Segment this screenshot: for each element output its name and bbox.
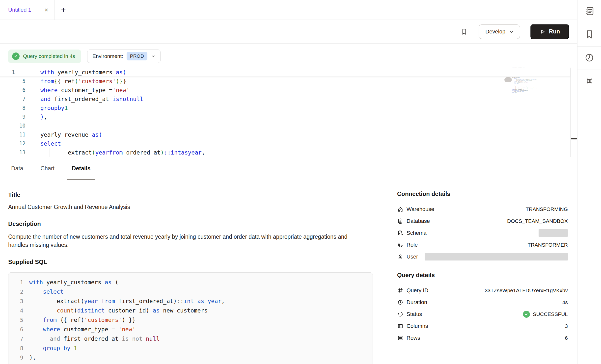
title-value: Annual Customer Growth and Revenue Analy…: [8, 204, 373, 210]
check-icon: [12, 52, 20, 60]
editor-line[interactable]: 11yearly_revenue as (: [0, 130, 570, 139]
row-value: TRANSFORMING: [526, 206, 568, 212]
line-number: 4: [8, 308, 23, 314]
row-value: 6: [565, 335, 568, 341]
sql-block-line: 9),: [8, 353, 373, 362]
details-right-column: Connection details WarehouseTRANSFORMING…: [397, 180, 568, 344]
row-value: DOCS_TEAM_SANDBOX: [507, 218, 568, 224]
sql-block-line: 3 extract(year from first_ordered_at)::i…: [8, 296, 373, 306]
line-code: count(distinct customer_id) as new_custo…: [23, 307, 208, 314]
editor-scrollbar-thumb[interactable]: [571, 138, 577, 139]
editor-line[interactable]: 5 from {{ ref('customers') }}: [0, 77, 570, 86]
line-number: 13: [0, 150, 26, 156]
user-icon: [397, 254, 404, 260]
line-code: select: [26, 139, 570, 148]
editor-line[interactable]: 8 group by 1: [0, 104, 570, 112]
line-code: [26, 121, 570, 130]
editor-scrollbar[interactable]: [570, 68, 577, 157]
line-code: extract(year from first_ordered_at)::int…: [23, 298, 225, 304]
connection-row: RoleTRANSFORMER: [397, 239, 568, 251]
environment-label: Environment:: [92, 53, 123, 59]
sidebar-button-notebook[interactable]: [577, 0, 601, 23]
line-code: yearly_revenue as (: [26, 130, 570, 139]
tab-data[interactable]: Data: [6, 157, 28, 180]
line-number: 7: [8, 336, 23, 342]
line-number: 5: [0, 78, 26, 84]
line-code: where customer_type = 'new': [26, 86, 570, 95]
warehouse-icon: [397, 206, 404, 212]
line-code: with yearly_customers as (: [23, 279, 118, 286]
sql-block-line: 4 count(distinct customer_id) as new_cus…: [8, 306, 373, 315]
close-tab-icon[interactable]: ×: [45, 7, 48, 13]
query-details-heading: Query details: [397, 272, 568, 279]
environment-select[interactable]: Environment: PROD: [87, 50, 161, 63]
row-label: Database: [407, 218, 430, 224]
line-number: 1: [0, 69, 26, 75]
connection-row: DatabaseDOCS_TEAM_SANDBOX: [397, 215, 568, 227]
success-check-icon: [523, 311, 530, 318]
redacted-value: [539, 229, 568, 237]
title-heading: Title: [8, 191, 373, 198]
bookmark-icon[interactable]: [460, 28, 468, 36]
line-number: 8: [0, 105, 26, 111]
line-code: ),: [23, 354, 36, 361]
row-label: Query ID: [407, 287, 428, 294]
sql-block-line: 5 from {{ ref('customers') }}: [8, 315, 373, 325]
row-value: 33TZseWpe1ALFDUYerxR1gVKxbv: [485, 287, 568, 293]
editor-line[interactable]: 12 select: [0, 139, 570, 148]
tab-bar: Untitled 1 × +: [0, 0, 577, 20]
row-label: Schema: [407, 230, 427, 236]
develop-dropdown[interactable]: Develop: [479, 25, 520, 39]
query-status-text: Query completed in 4s: [23, 53, 75, 59]
connection-row: WarehouseTRANSFORMING: [397, 203, 568, 215]
connection-details-list: WarehouseTRANSFORMINGDatabaseDOCS_TEAM_S…: [397, 203, 568, 263]
editor-line[interactable]: 10: [0, 121, 570, 130]
line-number: 9: [0, 114, 26, 120]
editor-code[interactable]: 1with yearly_customers as (5 from {{ ref…: [0, 68, 570, 157]
connection-details-heading: Connection details: [397, 190, 568, 197]
sidebar-button-bookmark[interactable]: [577, 23, 601, 47]
sql-block-line: 1with yearly_customers as (: [8, 278, 373, 287]
description-value: Compute the number of new customers and …: [8, 233, 350, 249]
status-icon: [397, 311, 404, 317]
run-button[interactable]: Run: [530, 24, 569, 39]
sql-editor: Query completed in 4s Environment: PROD …: [0, 44, 577, 157]
line-code: ),: [26, 112, 570, 121]
editor-line[interactable]: 7 and first_ordered_at is not null: [0, 95, 570, 104]
notebook-icon: [584, 6, 595, 18]
sidebar-button-sparkle[interactable]: [577, 70, 601, 93]
line-number: 12: [0, 141, 26, 147]
new-tab-button[interactable]: +: [55, 0, 66, 20]
editor-line[interactable]: 13 extract(year from ordered_at)::int as…: [0, 148, 570, 157]
details-left-column: Title Annual Customer Growth and Revenue…: [8, 180, 373, 364]
row-value: 3: [565, 323, 568, 329]
app-window: Untitled 1 × + Develop Ru: [0, 0, 601, 364]
sql-block-line: 8 group by 1: [8, 343, 373, 353]
sql-block-line: 2 select: [8, 287, 373, 296]
line-code: from {{ ref('customers') }}: [23, 317, 136, 323]
right-sidebar: [577, 0, 601, 364]
row-label: Columns: [407, 323, 428, 329]
tab-chart[interactable]: Chart: [36, 157, 59, 180]
hash-icon: [397, 287, 404, 294]
line-number: 7: [0, 96, 26, 102]
file-tab-untitled[interactable]: Untitled 1 ×: [0, 0, 55, 20]
line-code: group by 1: [26, 104, 570, 112]
query-row: Rows6: [397, 332, 568, 344]
file-tab-label: Untitled 1: [8, 7, 40, 13]
status-row: Query completed in 4s Environment: PROD: [8, 50, 161, 63]
tab-details[interactable]: Details: [67, 157, 95, 180]
redacted-value: [425, 253, 568, 260]
query-details-list: Query ID33TZseWpe1ALFDUYerxR1gVKxbvDurat…: [397, 285, 568, 344]
editor-sticky-line[interactable]: 1with yearly_customers as (: [0, 68, 570, 77]
sidebar-button-history[interactable]: [577, 47, 601, 70]
columns-icon: [397, 323, 404, 329]
role-icon: [397, 242, 404, 248]
editor-line[interactable]: 9),: [0, 112, 570, 121]
scroll-handle[interactable]: [504, 77, 512, 82]
row-label: Role: [407, 242, 418, 248]
environment-value-badge: PROD: [127, 52, 147, 60]
query-row: Duration4s: [397, 296, 568, 308]
line-code: group by 1: [23, 345, 77, 351]
editor-line[interactable]: 6 where customer_type = 'new': [0, 86, 570, 95]
